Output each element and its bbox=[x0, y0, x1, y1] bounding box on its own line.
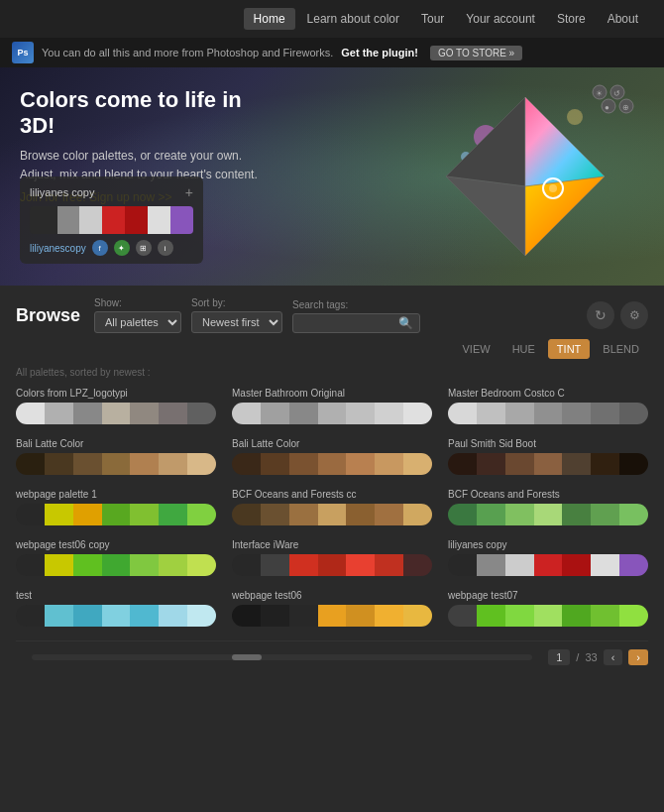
palette-item[interactable]: Bali Latte Color bbox=[16, 438, 216, 475]
palette-bar bbox=[448, 605, 648, 627]
palette-color-seg bbox=[448, 605, 477, 627]
palette-color-seg bbox=[403, 554, 432, 576]
hero-palette-title-row: liliyanes copy + bbox=[30, 184, 193, 200]
nav-store[interactable]: Store bbox=[547, 8, 596, 30]
palette-color-seg bbox=[505, 605, 534, 627]
settings-button[interactable]: ⚙ bbox=[620, 301, 648, 329]
palette-color-seg bbox=[562, 403, 591, 424]
palette-color-seg bbox=[403, 453, 432, 475]
palette-item-name: Colors from LPZ_logotypi bbox=[16, 388, 216, 399]
palette-color-seg bbox=[562, 504, 591, 525]
show-select[interactable]: All palettes bbox=[94, 311, 181, 333]
palette-item[interactable]: test bbox=[16, 590, 216, 627]
nav-home[interactable]: Home bbox=[244, 8, 295, 30]
palette-color-seg bbox=[375, 403, 403, 424]
diamond-right-top bbox=[525, 97, 605, 186]
tab-tint[interactable]: TINT bbox=[548, 339, 590, 359]
palette-item[interactable]: Master Bathroom Original bbox=[232, 388, 432, 424]
palette-grid: Colors from LPZ_logotypiMaster Bathroom … bbox=[16, 388, 648, 627]
page-next-button[interactable]: › bbox=[628, 649, 648, 665]
palette-color-seg bbox=[505, 554, 534, 576]
palette-item-name: Master Bedroom Costco C bbox=[448, 388, 648, 399]
palette-item-name: Paul Smith Sid Boot bbox=[448, 438, 648, 449]
palette-color-seg bbox=[130, 554, 159, 576]
palette-bar bbox=[448, 554, 648, 576]
palette-item[interactable]: Master Bedroom Costco C bbox=[448, 388, 648, 424]
scrollbar-track[interactable] bbox=[32, 654, 532, 660]
search-icon[interactable]: 🔍 bbox=[398, 316, 413, 330]
palette-color-seg bbox=[261, 453, 289, 475]
ps-icon: Ps bbox=[12, 42, 34, 63]
palette-item[interactable]: Colors from LPZ_logotypi bbox=[16, 388, 216, 424]
palette-item[interactable]: liliyanes copy bbox=[448, 539, 648, 576]
palette-bar bbox=[232, 453, 432, 475]
palette-bar bbox=[232, 403, 432, 424]
palette-color-seg bbox=[591, 605, 619, 627]
palette-bar bbox=[448, 453, 648, 475]
palette-item[interactable]: Interface iWare bbox=[232, 539, 432, 576]
palette-color-seg bbox=[45, 605, 73, 627]
palette-color-seg bbox=[562, 605, 591, 627]
svg-text:⊕: ⊕ bbox=[622, 103, 629, 112]
search-input[interactable] bbox=[299, 317, 398, 329]
palette-item[interactable]: webpage test06 bbox=[232, 590, 432, 627]
palette-color-seg bbox=[534, 504, 563, 525]
palette-item[interactable]: BCF Oceans and Forests bbox=[448, 489, 648, 525]
palette-bar bbox=[16, 504, 216, 525]
hero-palette-add[interactable]: + bbox=[185, 184, 193, 200]
palette-item[interactable]: Bali Latte Color bbox=[232, 438, 432, 475]
palette-color-seg bbox=[130, 605, 159, 627]
palette-color-seg bbox=[562, 453, 591, 475]
go-store-button[interactable]: GO TO STORE » bbox=[430, 46, 522, 60]
get-plugin-link[interactable]: Get the plugin! bbox=[341, 47, 418, 58]
palette-color-seg bbox=[448, 403, 477, 424]
palette-color-seg bbox=[16, 504, 45, 525]
palette-color-seg bbox=[102, 453, 131, 475]
nav-learn[interactable]: Learn about color bbox=[297, 8, 409, 30]
nav-account[interactable]: Your account bbox=[456, 8, 545, 30]
scrollbar-thumb[interactable] bbox=[232, 654, 262, 660]
palette-color-seg bbox=[102, 504, 131, 525]
swatch-2 bbox=[57, 206, 80, 234]
palette-item[interactable]: BCF Oceans and Forests cc bbox=[232, 489, 432, 525]
palette-item[interactable]: webpage test06 copy bbox=[16, 539, 216, 576]
tab-hue[interactable]: HUE bbox=[503, 339, 544, 359]
palette-color-seg bbox=[505, 453, 534, 475]
palette-color-seg bbox=[318, 554, 347, 576]
palette-color-seg bbox=[187, 403, 216, 424]
palette-color-seg bbox=[45, 403, 73, 424]
palette-color-seg bbox=[375, 554, 403, 576]
palette-item[interactable]: webpage palette 1 bbox=[16, 489, 216, 525]
palette-item[interactable]: Paul Smith Sid Boot bbox=[448, 438, 648, 475]
palette-color-seg bbox=[261, 403, 289, 424]
palette-bar bbox=[16, 605, 216, 627]
twitter-icon[interactable]: ✦ bbox=[114, 240, 130, 256]
palette-item[interactable]: webpage test07 bbox=[448, 590, 648, 627]
palette-color-seg bbox=[16, 554, 45, 576]
palette-color-seg bbox=[232, 554, 261, 576]
palette-bar bbox=[16, 453, 216, 475]
grid-icon[interactable]: ⊞ bbox=[136, 240, 152, 256]
browse-header-row: Browse Show: All palettes Sort by: Newes… bbox=[16, 297, 648, 333]
palette-color-seg bbox=[159, 403, 187, 424]
palette-color-seg bbox=[16, 605, 45, 627]
nav-about[interactable]: About bbox=[598, 8, 648, 30]
tab-view[interactable]: VIEW bbox=[454, 339, 499, 359]
sort-select[interactable]: Newest first bbox=[191, 311, 282, 333]
palette-color-seg bbox=[375, 605, 403, 627]
palette-item-name: webpage palette 1 bbox=[16, 489, 216, 500]
tab-blend[interactable]: BLEND bbox=[594, 339, 648, 359]
facebook-icon[interactable]: f bbox=[92, 240, 108, 256]
refresh-button[interactable]: ↻ bbox=[587, 301, 614, 329]
pagination: 1 / 33 ‹ › bbox=[548, 649, 648, 665]
info-icon[interactable]: i bbox=[158, 240, 173, 256]
palette-color-seg bbox=[187, 605, 216, 627]
nav-tour[interactable]: Tour bbox=[411, 8, 454, 30]
swatch-4 bbox=[102, 206, 125, 234]
palette-color-seg bbox=[73, 554, 102, 576]
page-prev-button[interactable]: ‹ bbox=[604, 649, 623, 665]
sort-label: Sort by: bbox=[191, 297, 282, 308]
palette-color-seg bbox=[187, 554, 216, 576]
palette-color-seg bbox=[159, 605, 187, 627]
palette-item-name: Interface iWare bbox=[232, 539, 432, 550]
